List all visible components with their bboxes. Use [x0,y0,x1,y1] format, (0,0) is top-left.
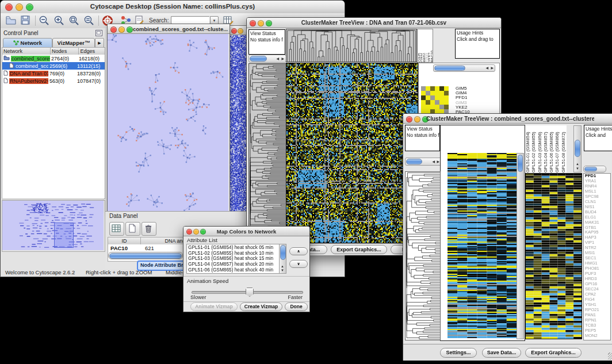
scroll-left-icon[interactable]: ◀ [276,57,279,60]
tab-network[interactable]: Network [3,38,52,48]
export-graphics-button[interactable]: Export Graphics... [331,245,387,254]
scroll-right-icon[interactable]: ▶ [281,57,284,60]
network-row[interactable]: combined_sco2569(6)13112(15) [2,62,105,70]
zoom-out-icon[interactable] [39,15,51,26]
matrix-cell[interactable] [430,86,435,91]
matrix-cell[interactable] [430,95,435,100]
scroll-down-icon[interactable]: ▼ [576,167,579,170]
matrix-cell[interactable] [421,105,426,109]
matrix-cell[interactable] [421,91,426,95]
close-icon[interactable] [231,28,237,34]
matrix-cell[interactable] [439,95,444,100]
matrix-cell[interactable] [435,95,439,100]
open-file-icon[interactable] [5,15,18,26]
tv2-zoom-heatmap[interactable] [525,173,582,339]
matrix-cell[interactable] [426,100,430,105]
matrix-cell[interactable] [435,100,439,105]
matrix-cell[interactable] [444,105,449,109]
col-id[interactable]: ID [108,237,141,244]
export-graphics-button[interactable]: Export Graphics... [525,348,582,358]
matrix-cell[interactable] [435,86,439,91]
network-view-title-bar[interactable]: combined_scores_good.txt--cluste... [108,24,230,34]
treeview1-title-bar[interactable]: ClusterMaker TreeView : DNA and Tran 07-… [247,18,501,28]
settings-button[interactable]: Settings... [440,348,477,358]
matrix-cell[interactable] [430,100,435,105]
resize-grip[interactable] [608,352,612,360]
scroll-left-icon[interactable]: ◀ [432,160,435,163]
tv1-column-dendrogram[interactable] [286,29,417,62]
save-data-button[interactable]: Save Data... [482,348,521,358]
move-down-button[interactable]: ∨ [289,260,308,268]
matrix-cell[interactable] [426,91,430,95]
tv1-row-dendrogram[interactable] [248,63,286,243]
matrix-cell[interactable] [439,100,444,105]
matrix-cell[interactable] [439,86,444,91]
scroll-up-icon[interactable]: ▲ [576,162,579,166]
minimize-icon[interactable] [238,28,243,34]
tv1-left-hscrollbar[interactable]: ◀ ▶ [248,55,286,63]
attribute-listbox[interactable]: GPL51-01 (GSM854) heat shock 05 minGPL51… [186,244,286,274]
matrix-cell[interactable] [444,86,449,91]
treeview2-title-bar[interactable]: ClusterMaker TreeView : combined_scores_… [403,114,612,124]
matrix-cell[interactable] [444,100,449,105]
save-icon[interactable] [20,15,33,26]
matrix-cell[interactable] [430,105,435,109]
done-button[interactable]: Done [285,302,308,311]
scroll-up-icon[interactable]: ▲ [281,265,284,268]
tv1-heatmap[interactable] [286,63,418,243]
col-network[interactable]: Network [2,48,51,55]
attribute-item[interactable]: GPL51-07 (GSM868) heat shock 60 min [188,273,285,274]
tv1-zoom-hscrollbar[interactable]: ◀ ▶ [433,64,495,72]
matrix-cell[interactable] [421,86,426,91]
minimize-icon[interactable] [414,116,420,122]
matrix-cell[interactable] [444,95,449,100]
scroll-left-icon[interactable]: ◀ [485,66,488,70]
network-view-canvas[interactable] [108,34,228,213]
matrix-cell[interactable] [439,105,444,109]
new-attribute-icon[interactable] [125,222,140,236]
animate-vizmap-button[interactable]: Animate Vizmap [190,302,238,311]
matrix-cell[interactable] [435,105,439,109]
matrix-cell[interactable] [421,100,426,105]
create-vizmap-button[interactable]: Create Vizmap [240,302,282,311]
attribute-list-vscrollbar[interactable]: ▲ ▼ [279,244,286,273]
main-title-bar[interactable]: Cytoscape Desktop (Session Name: collins… [1,1,345,14]
matrix-cell[interactable] [435,91,439,95]
tab-overflow-button[interactable]: ▶ [95,38,104,48]
matrix-cell[interactable] [430,91,435,95]
scroll-down-icon[interactable]: ▼ [281,269,284,272]
delete-attribute-trash-icon[interactable] [141,222,156,236]
scroll-right-icon[interactable]: ▶ [437,160,439,163]
dense-network-canvas[interactable] [230,35,247,213]
network-row[interactable]: DNA and Tran 07769(0)183728(0) [2,70,105,77]
tv2-row-dendrogram[interactable] [405,171,441,340]
zoom-window-icon[interactable] [127,26,133,33]
float-panel-icon[interactable] [95,30,102,36]
tv2-zoom-vscrollbar[interactable]: ▲ ▼ [573,125,582,173]
close-icon[interactable] [110,26,117,33]
matrix-cell[interactable] [444,91,449,95]
zoom-fit-icon[interactable] [68,15,81,26]
table-view-icon[interactable] [109,222,124,236]
animation-speed-slider[interactable] [192,288,302,296]
tv2-global-vscrollbar[interactable] [517,153,524,339]
dialog-title-bar[interactable]: Map Colors to Network [183,227,309,236]
zoom-selected-icon[interactable] [83,15,96,26]
tv2-gene-hscrollbar[interactable] [583,166,606,173]
tab-vizmapper[interactable]: VizMapper™ [52,38,95,48]
matrix-cell[interactable] [426,105,430,109]
matrix-cell[interactable] [421,95,426,100]
col-nodes[interactable]: Nodes [51,48,79,55]
network-overview-canvas[interactable] [2,201,104,250]
network-row[interactable]: combined_scores2764(0)16218(0) [2,55,105,62]
slider-thumb[interactable] [246,288,254,297]
matrix-cell[interactable] [426,95,430,100]
tv2-left-hscrollbar[interactable]: ◀ ▶ [405,158,442,166]
network-overview[interactable] [2,200,105,252]
tv2-global-heatmap[interactable] [447,153,517,338]
tv1-cluster-matrix[interactable] [421,86,449,114]
col-edges[interactable]: Edges [79,48,105,55]
minimize-icon[interactable] [118,26,125,33]
scroll-right-icon[interactable]: ▶ [491,66,494,70]
matrix-cell[interactable] [426,86,430,91]
